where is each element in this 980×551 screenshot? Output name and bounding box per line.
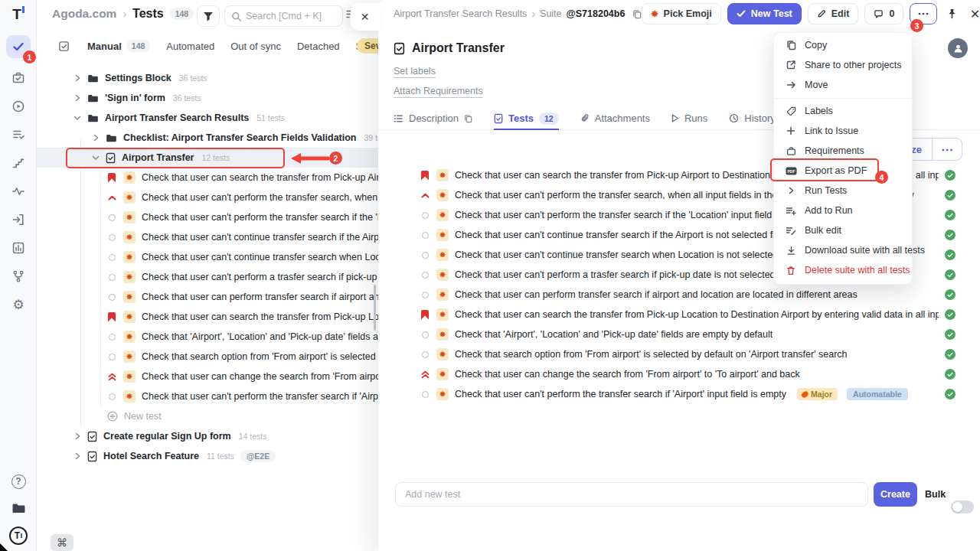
chevron-down-icon[interactable] <box>92 155 100 161</box>
tree-test-row[interactable]: ❋Check that user can search the transfer… <box>37 307 378 327</box>
brand-logo-icon[interactable]: T <box>9 527 28 545</box>
tree-test-row[interactable]: ❋Check that user can't continue transfer… <box>37 227 378 247</box>
tab-automated[interactable]: Automated <box>166 41 214 52</box>
assignee-avatar[interactable] <box>948 38 968 58</box>
suite-row-hotel-search[interactable]: Hotel Search Feature 11 tests @E2E <box>37 446 378 466</box>
funnel-icon <box>203 11 214 21</box>
folder-row-checklist[interactable]: Checklist: Airport Transfer Search Field… <box>37 128 378 148</box>
copy-icon[interactable] <box>464 114 472 123</box>
menu-item-run-tests[interactable]: Run Tests <box>774 181 912 201</box>
chevron-right-icon[interactable] <box>92 134 100 142</box>
tree-test-row[interactable]: ❋Check that user can't perform the trans… <box>37 386 378 406</box>
comments-button[interactable]: 0 <box>864 3 903 24</box>
menu-item-export-as-pdf[interactable]: PDFExport as PDF <box>774 161 912 181</box>
menu-item-add-to-run[interactable]: Add to Run <box>774 201 912 220</box>
tab-description[interactable]: Description <box>394 108 472 129</box>
test-row[interactable]: ❋Check that user can search the transfer… <box>378 305 980 324</box>
priority-normal-icon <box>422 292 429 298</box>
breadcrumb-project[interactable]: Agoda.com <box>52 7 116 21</box>
tree-test-row[interactable]: ❋Check that 'Airport', 'Location' and 'P… <box>37 327 378 347</box>
nav-test-case-icon[interactable] <box>10 70 27 86</box>
select-all-icon[interactable] <box>58 41 70 52</box>
breadcrumb-section[interactable]: Tests <box>132 7 164 21</box>
pin-button[interactable] <box>943 8 960 19</box>
chevron-right-icon[interactable] <box>74 432 81 440</box>
chevron-right-icon[interactable] <box>74 74 81 82</box>
copy-icon[interactable] <box>632 9 642 19</box>
tree-test-row[interactable]: ❋Check that user can perform transfer se… <box>37 287 378 307</box>
projects-folder-icon[interactable] <box>10 500 27 517</box>
menu-item-move[interactable]: Move <box>774 75 912 95</box>
breadcrumb-parent[interactable]: Airport Transfer Search Results <box>394 8 527 19</box>
menu-item-download-suite[interactable]: Download suite with all tests <box>774 240 912 260</box>
suite-emoji-icon: ❋ <box>436 189 449 201</box>
priority-normal-icon <box>109 214 116 221</box>
tree-test-row[interactable]: ❋Check that user can't perform the trans… <box>37 207 378 227</box>
status-check-icon <box>945 269 956 280</box>
folder-row-sign-in-form[interactable]: 'Sign in' form 36 tests <box>37 88 378 108</box>
nav-settings-icon[interactable]: ⚙ <box>10 296 27 313</box>
tree-test-row[interactable]: ❋Check that user can change the search f… <box>37 367 378 386</box>
menu-item-bulk-edit[interactable]: Bulk edit <box>774 220 912 240</box>
tree-test-row[interactable]: ❋Check that user can search the transfer… <box>37 168 378 187</box>
tree-test-row[interactable]: ❋Check that user can't perform a trasfer… <box>37 267 378 287</box>
menu-item-copy[interactable]: Copy <box>774 35 912 55</box>
tab-runs[interactable]: Runs <box>671 108 707 129</box>
folder-count: 51 tests <box>256 113 285 122</box>
test-row[interactable]: ❋Check that user can perform transfer se… <box>378 285 980 305</box>
chevron-right-icon[interactable] <box>74 452 81 460</box>
tree-test-row[interactable]: ❋Check that user can't perform the trans… <box>37 187 378 207</box>
chevron-right-icon[interactable] <box>74 94 81 102</box>
priority-normal-icon <box>422 351 429 358</box>
attach-requirements-link[interactable]: Attach Requirements <box>394 86 483 98</box>
tab-out-of-sync[interactable]: Out of sync <box>230 41 281 52</box>
new-test-row[interactable]: New test <box>37 406 378 426</box>
nav-runs-icon[interactable] <box>10 98 27 115</box>
nav-reports-icon[interactable] <box>10 240 27 256</box>
chevron-down-icon[interactable] <box>74 116 81 121</box>
menu-item-link-to-issue[interactable]: Link to Issue <box>774 121 912 141</box>
test-row[interactable]: ❋Check that user can change the search f… <box>378 364 980 384</box>
menu-item-requirements[interactable]: Requirements <box>774 141 912 161</box>
nav-activity-icon[interactable] <box>10 183 27 200</box>
test-title: Check that user can't perform the transf… <box>455 210 810 220</box>
tab-history[interactable]: History <box>729 108 775 129</box>
menu-item-delete-suite[interactable]: Delete suite with all tests <box>774 260 912 280</box>
chevron-right-icon <box>785 187 797 194</box>
suite-row-create-signup[interactable]: Create regular Sign Up form 14 tests <box>37 426 378 446</box>
nav-checklist-icon[interactable] <box>10 126 27 143</box>
bulk-toggle[interactable] <box>951 500 974 514</box>
add-new-test-input[interactable] <box>395 482 868 507</box>
test-row[interactable]: ❋Check that 'Airport', 'Location' and 'P… <box>378 324 980 344</box>
tree-scrollbar[interactable] <box>374 285 376 331</box>
tab-detached[interactable]: Detached <box>297 41 340 52</box>
create-button[interactable]: Create <box>874 482 917 507</box>
search-input[interactable] <box>246 11 330 21</box>
menu-item-labels[interactable]: Labels <box>774 101 912 121</box>
nav-milestones-icon[interactable] <box>10 155 27 171</box>
nav-tests-icon[interactable]: 1 <box>6 35 31 58</box>
tab-tests[interactable]: Tests 12 <box>494 108 559 130</box>
menu-item-share[interactable]: Share to other projects <box>774 55 912 75</box>
test-row[interactable]: ❋Check that search option from 'From air… <box>378 344 980 364</box>
folder-row-settings-block[interactable]: Settings Block 36 tests <box>37 68 378 88</box>
tree-test-row[interactable]: ❋Check that search option from 'From air… <box>37 347 378 367</box>
drawer-close-tab[interactable]: ✕ <box>351 3 379 31</box>
tab-manual[interactable]: Manual148 <box>87 40 150 52</box>
severity-filter-chip[interactable]: Sev <box>357 38 378 54</box>
test-row[interactable]: ❋Check that user can't perform the trans… <box>378 384 980 404</box>
close-button[interactable]: ✕ <box>966 7 980 21</box>
tree-test-row[interactable]: ❋Check that user can't continue transfer… <box>37 247 378 267</box>
edit-button[interactable]: Edit <box>808 3 859 24</box>
tab-attachments[interactable]: Attachments <box>580 108 650 129</box>
set-labels-link[interactable]: Set labels <box>394 66 436 78</box>
nav-branches-icon[interactable] <box>10 268 27 285</box>
help-icon[interactable]: ? <box>10 473 27 490</box>
search-box[interactable] <box>224 5 343 27</box>
pick-emoji-button[interactable]: ❋ Pick Emoji <box>642 3 720 24</box>
new-test-button[interactable]: New Test <box>727 3 802 24</box>
nav-shared-steps-icon[interactable] <box>10 211 27 228</box>
summarize-more-button[interactable]: ⋯ <box>932 139 962 160</box>
filter-button[interactable] <box>197 5 220 27</box>
folder-row-airport-transfer-search-results[interactable]: Airport Transfer Search Results 51 tests <box>37 108 378 128</box>
